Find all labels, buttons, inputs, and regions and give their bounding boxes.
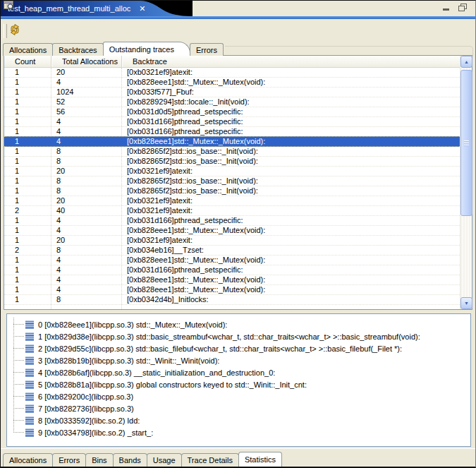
view-tab-outstanding-traces[interactable]: Outstanding traces: [103, 42, 190, 56]
total-allocations-cell: 8: [51, 295, 121, 304]
minimize-icon[interactable]: [443, 4, 450, 11]
backtrace-frame-item[interactable]: 7 [0xb8282736](libcpp.so.3): [13, 402, 469, 414]
column-header-count[interactable]: Count: [4, 56, 51, 67]
view-tab-allocations[interactable]: Allocations: [3, 43, 53, 56]
outstanding-traces-table: Count Total Allocations Backtrace 1 20 […: [4, 55, 472, 310]
bottom-tab-bins[interactable]: Bins: [85, 453, 113, 467]
table-row[interactable]: 1 8 [0xb82865f2]std::ios_base::_Init(voi…: [4, 176, 460, 186]
backtrace-frame-item[interactable]: 3 [0xb828b19b](libcpp.so.3) std::_Winit:…: [13, 354, 469, 366]
total-allocations-cell: 20: [51, 167, 121, 176]
count-cell: 1: [4, 275, 51, 284]
table-row[interactable]: 1 8 [0xb0342d4b]_Initlocks:: [4, 295, 460, 305]
backtrace-cell: [0xb0342d4b]_Initlocks:: [121, 295, 460, 304]
backtrace-cell: [0xb82865f2]std::ios_base::_Init(void):: [121, 176, 460, 186]
table-row[interactable]: 1 4 [0xb828eee1]std::_Mutex::_Mutex(void…: [4, 78, 460, 88]
backtrace-frame-item[interactable]: 5 [0xb828b81a](libcpp.so.3) global const…: [13, 378, 469, 390]
column-header-backtrace[interactable]: Backtrace: [121, 56, 460, 67]
sync-arrows-icon[interactable]: [8, 23, 23, 37]
tab-bar-filler: [225, 46, 473, 56]
backtrace-cell: [0xb0321ef9]atexit:: [121, 68, 460, 77]
backtrace-cell: [0xb033f577]_Fbuf:: [121, 88, 460, 97]
table-row[interactable]: 1 4 [0xb828eee1]std::_Mutex::_Mutex(void…: [4, 226, 460, 236]
backtrace-tree: 0 [0xb828eee1](libcpp.so.3) std::_Mutex:…: [13, 318, 469, 438]
stack-frame-icon: [25, 404, 35, 413]
table-row[interactable]: 1 8 [0xb82865f2]std::ios_base::_Init(voi…: [4, 157, 460, 167]
bottom-tab-trace-details[interactable]: Trace Details: [181, 453, 239, 467]
backtrace-frame-item[interactable]: 2 [0xb829d55c](libcpp.so.3) std::basic_f…: [13, 342, 469, 354]
total-allocations-cell: 8: [51, 147, 121, 156]
restore-icon[interactable]: [458, 4, 467, 11]
view-title-tab[interactable]: test_heap_mem_thread_multi_alloc ✕: [1, 1, 193, 16]
backtrace-cell: [0xb828eee1]std::_Mutex::_Mutex(void):: [121, 256, 460, 265]
count-cell: 1: [4, 285, 51, 294]
backtrace-cell: [0xb828eee1]std::_Mutex::_Mutex(void):: [121, 137, 460, 146]
table-row[interactable]: 1 1024 [0xb033f577]_Fbuf:: [4, 88, 460, 97]
table-row[interactable]: 1 4 [0xb828eee1]std::_Mutex::_Mutex(void…: [4, 256, 460, 265]
scrollbar-thumb[interactable]: [460, 70, 472, 216]
table-row[interactable]: 1 52 [0xb8289294]std::locale::_Init(void…: [4, 97, 460, 107]
backtrace-frame-item[interactable]: 6 [0xb829200c](libcpp.so.3): [13, 390, 469, 402]
frame-text: 7 [0xb8282736](libcpp.so.3): [38, 404, 134, 413]
close-icon[interactable]: ✕: [139, 5, 145, 12]
backtrace-frame-item[interactable]: 1 [0xb829d38e](libcpp.so.3) std::basic_s…: [13, 330, 469, 342]
backtrace-cell: [0xb0321ef9]atexit:: [121, 167, 460, 176]
backtrace-cell: [0xb82865f2]std::ios_base::_Init(void):: [121, 186, 460, 196]
bottom-tab-errors[interactable]: Errors: [52, 453, 86, 467]
total-allocations-cell: 4: [51, 127, 121, 136]
backtrace-frame-item[interactable]: 4 [0xb828b6af](libcpp.so.3) __static_ini…: [13, 366, 469, 378]
count-cell: 1: [4, 226, 51, 235]
table-row[interactable]: 1 20 [0xb0321ef9]atexit:: [4, 196, 460, 206]
table-row[interactable]: 1 20 [0xb0321ef9]atexit:: [4, 167, 460, 176]
table-row[interactable]: 1 4 [0xb031d166]pthread_setspecific:: [4, 127, 460, 137]
frame-text: 5 [0xb828b81a](libcpp.so.3) global const…: [38, 380, 307, 389]
column-header-total-allocations[interactable]: Total Allocations: [51, 56, 121, 67]
table-row[interactable]: 1 4 [0xb031d166]pthread_setspecific:: [4, 265, 460, 275]
table-row[interactable]: 1 56 [0xb031d0d5]pthread_setspecific:: [4, 107, 460, 117]
frame-text: 9 [0xb0334798](libc.so.2) _start_:: [38, 428, 153, 437]
backtrace-frame-item[interactable]: 0 [0xb828eee1](libcpp.so.3) std::_Mutex:…: [13, 318, 469, 330]
view-tab-backtraces[interactable]: Backtraces: [52, 43, 103, 56]
toolbar-drag-handle[interactable]: [4, 24, 7, 38]
table-row[interactable]: 1 4 [0xb828eee1]std::_Mutex::_Mutex(void…: [4, 285, 460, 295]
total-allocations-cell: 4: [51, 265, 121, 275]
backtrace-frame-item[interactable]: 9 [0xb0334798](libc.so.2) _start_:: [13, 426, 469, 438]
table-row[interactable]: 1 4 [0xb031d166]pthread_setspecific:: [4, 117, 460, 127]
table-row[interactable]: 1 20 [0xb0321ef9]atexit:: [4, 68, 460, 78]
table-row[interactable]: 1 8 [0xb82865f2]std::ios_base::_Init(voi…: [4, 186, 460, 196]
bottom-tab-usage[interactable]: Usage: [147, 453, 182, 467]
total-allocations-cell: 4: [51, 226, 121, 235]
total-allocations-cell: 8: [51, 246, 121, 255]
frame-text: 4 [0xb828b6af](libcpp.so.3) __static_ini…: [38, 368, 275, 377]
count-cell: 1: [4, 196, 51, 205]
bottom-tab-statistics[interactable]: Statistics: [238, 452, 282, 467]
stack-frame-icon: [25, 380, 35, 389]
stack-frame-icon: [25, 392, 35, 401]
bottom-tab-allocations[interactable]: Allocations: [3, 453, 53, 467]
bottom-tab-bands[interactable]: Bands: [113, 453, 147, 467]
stack-frame-icon: [25, 332, 35, 341]
count-cell: 1: [4, 107, 51, 116]
total-allocations-cell: 56: [51, 107, 121, 116]
table-row[interactable]: 1 4 [0xb828eee1]std::_Mutex::_Mutex(void…: [4, 275, 460, 285]
table-row[interactable]: 1 4 [0xb828eee1]std::_Mutex::_Mutex(void…: [4, 136, 460, 147]
table-row[interactable]: 2 40 [0xb0321ef9]atexit:: [4, 206, 460, 216]
backtrace-frame-item[interactable]: 8 [0xb0333592](libc.so.2) ldd:: [13, 414, 469, 426]
scroll-up-icon[interactable]: ▲: [460, 56, 472, 68]
memory-analysis-window: test_heap_mem_thread_multi_alloc ✕ Alloc…: [0, 0, 476, 468]
count-cell: 1: [4, 256, 51, 265]
backtrace-cell: [0xb031d166]pthread_setspecific:: [121, 216, 460, 225]
table-row[interactable]: 1 4 [0xb031d166]pthread_setspecific:: [4, 216, 460, 226]
count-cell: 1: [4, 186, 51, 196]
backtrace-cell: [0xb031d166]pthread_setspecific:: [121, 127, 460, 136]
count-cell: 1: [4, 97, 51, 107]
total-allocations-cell: 52: [51, 97, 121, 107]
table-row[interactable]: 1 20 [0xb0321ef9]atexit:: [4, 236, 460, 246]
table-row[interactable]: 2 8 [0xb034eb16]__Tzset:: [4, 246, 460, 256]
backtrace-cell: [0xb0321ef9]atexit:: [121, 206, 460, 215]
total-allocations-cell: 4: [51, 216, 121, 225]
vertical-scrollbar[interactable]: ▲ ▼: [460, 56, 472, 309]
view-tab-errors[interactable]: Errors: [190, 43, 224, 56]
stack-frame-icon: [25, 356, 35, 365]
table-row[interactable]: 1 8 [0xb82865f2]std::ios_base::_Init(voi…: [4, 147, 460, 157]
scroll-down-icon[interactable]: ▼: [460, 297, 472, 309]
